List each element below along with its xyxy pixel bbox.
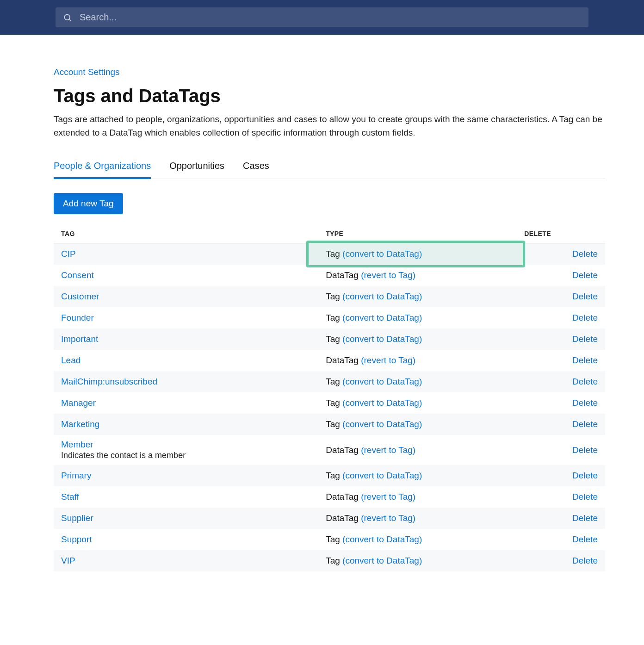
tag-type: Tag [326, 377, 342, 386]
tag-type: DataTag [326, 513, 361, 523]
table-row: MemberIndicates the contact is a memberD… [54, 435, 605, 465]
delete-link[interactable]: Delete [572, 270, 598, 280]
tag-link[interactable]: Manager [61, 398, 96, 408]
tag-type: Tag [326, 534, 342, 544]
tag-type-action[interactable]: (revert to Tag) [361, 492, 415, 502]
tag-link[interactable]: Consent [61, 270, 94, 280]
column-header-delete: DELETE [517, 224, 605, 243]
tag-type-action[interactable]: (convert to DataTag) [342, 534, 422, 544]
page-content: Account Settings Tags and DataTags Tags … [17, 35, 627, 599]
delete-link[interactable]: Delete [572, 419, 598, 429]
table-row: SupplierDataTag (revert to Tag)Delete [54, 508, 605, 529]
topbar [0, 0, 644, 35]
delete-link[interactable]: Delete [572, 334, 598, 344]
delete-link[interactable]: Delete [572, 513, 598, 523]
tag-link[interactable]: Customer [61, 291, 99, 301]
table-row: ImportantTag (convert to DataTag)Delete [54, 329, 605, 350]
svg-point-0 [64, 14, 70, 20]
table-row: StaffDataTag (revert to Tag)Delete [54, 486, 605, 508]
delete-link[interactable]: Delete [572, 556, 598, 565]
delete-link[interactable]: Delete [572, 249, 598, 259]
tag-type-action[interactable]: (convert to DataTag) [342, 377, 422, 386]
tag-type: Tag [326, 291, 342, 301]
tag-type-action[interactable]: (revert to Tag) [361, 355, 415, 365]
tag-type: Tag [326, 313, 342, 322]
delete-link[interactable]: Delete [572, 445, 598, 455]
tag-type: Tag [326, 471, 342, 480]
tab-people-organizations[interactable]: People & Organizations [54, 158, 151, 179]
table-row: SupportTag (convert to DataTag)Delete [54, 529, 605, 550]
tag-type-action[interactable]: (revert to Tag) [361, 445, 415, 455]
table-row: CustomerTag (convert to DataTag)Delete [54, 286, 605, 307]
tag-type-action[interactable]: (convert to DataTag) [342, 471, 422, 480]
delete-link[interactable]: Delete [572, 291, 598, 301]
delete-link[interactable]: Delete [572, 398, 598, 408]
tag-link[interactable]: Important [61, 334, 98, 344]
breadcrumb-link-account-settings[interactable]: Account Settings [54, 67, 120, 77]
table-row: ConsentDataTag (revert to Tag)Delete [54, 265, 605, 286]
table-row: MarketingTag (convert to DataTag)Delete [54, 414, 605, 435]
tag-type: Tag [326, 419, 342, 429]
tag-link[interactable]: Founder [61, 313, 94, 322]
tag-type: Tag [326, 334, 342, 344]
column-header-tag: TAG [54, 224, 318, 243]
tag-link[interactable]: Marketing [61, 419, 99, 429]
tag-type: DataTag [326, 270, 361, 280]
tag-link[interactable]: CIP [61, 249, 76, 259]
tag-type-action[interactable]: (convert to DataTag) [342, 334, 422, 344]
delete-link[interactable]: Delete [572, 534, 598, 544]
breadcrumb: Account Settings [54, 67, 605, 77]
table-row: PrimaryTag (convert to DataTag)Delete [54, 465, 605, 486]
tag-type-action[interactable]: (convert to DataTag) [342, 291, 422, 301]
tab-cases[interactable]: Cases [243, 158, 269, 179]
table-row: VIPTag (convert to DataTag)Delete [54, 550, 605, 571]
delete-link[interactable]: Delete [572, 313, 598, 322]
delete-link[interactable]: Delete [572, 471, 598, 480]
tags-table: TAG TYPE DELETE CIPTag (convert to DataT… [54, 224, 605, 571]
tag-type: Tag [326, 398, 342, 408]
search-input[interactable] [80, 12, 581, 23]
table-row: CIPTag (convert to DataTag)Delete [54, 243, 605, 265]
tag-link[interactable]: Supplier [61, 513, 93, 523]
tag-type: DataTag [326, 492, 361, 502]
tag-type-action[interactable]: (convert to DataTag) [342, 249, 422, 259]
tag-link[interactable]: VIP [61, 556, 75, 565]
tag-link[interactable]: Primary [61, 471, 91, 480]
tag-link[interactable]: Support [61, 534, 92, 544]
tag-type: DataTag [326, 445, 361, 455]
page-title: Tags and DataTags [54, 86, 605, 106]
table-row: FounderTag (convert to DataTag)Delete [54, 307, 605, 329]
tag-link[interactable]: Staff [61, 492, 79, 502]
tag-type-action[interactable]: (convert to DataTag) [342, 313, 422, 322]
tag-type: Tag [326, 249, 342, 259]
search-field[interactable] [56, 7, 588, 27]
table-row: LeadDataTag (revert to Tag)Delete [54, 350, 605, 371]
add-new-tag-button[interactable]: Add new Tag [54, 193, 123, 214]
svg-line-1 [69, 19, 71, 21]
table-row: ManagerTag (convert to DataTag)Delete [54, 392, 605, 414]
tag-link[interactable]: Member [61, 440, 93, 449]
tab-opportunities[interactable]: Opportunities [169, 158, 224, 179]
tag-link[interactable]: Lead [61, 355, 80, 365]
tag-type: Tag [326, 556, 342, 565]
tag-type-action[interactable]: (convert to DataTag) [342, 398, 422, 408]
delete-link[interactable]: Delete [572, 355, 598, 365]
table-row: MailChimp:unsubscribedTag (convert to Da… [54, 371, 605, 392]
tabs: People & OrganizationsOpportunitiesCases [54, 158, 605, 179]
delete-link[interactable]: Delete [572, 377, 598, 386]
tag-link[interactable]: MailChimp:unsubscribed [61, 377, 157, 386]
tag-type-action[interactable]: (revert to Tag) [361, 270, 415, 280]
tag-type-action[interactable]: (revert to Tag) [361, 513, 415, 523]
tag-note: Indicates the contact is a member [61, 451, 311, 460]
tag-type: DataTag [326, 355, 361, 365]
column-header-type: TYPE [318, 224, 517, 243]
tag-type-action[interactable]: (convert to DataTag) [342, 419, 422, 429]
page-description: Tags are attached to people, organizatio… [54, 113, 605, 139]
tag-type-action[interactable]: (convert to DataTag) [342, 556, 422, 565]
search-icon [63, 13, 72, 22]
delete-link[interactable]: Delete [572, 492, 598, 502]
